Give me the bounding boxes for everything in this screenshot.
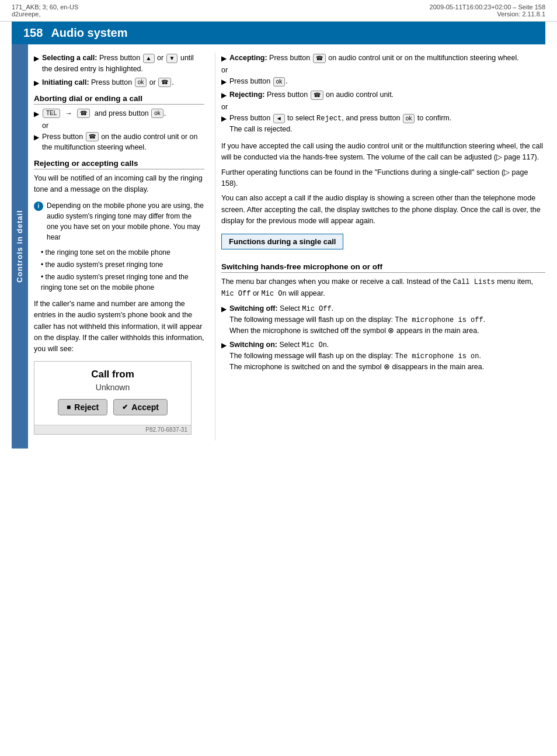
call-image-inner: Call from Unknown ■ Reject ✔ Accept [34, 362, 191, 425]
rejecting-item: ▶ Rejecting: Press button ☎ on audio con… [221, 89, 545, 100]
selecting-call-item: ▶ Selecting a call: Press button ▲ or ▼ … [34, 53, 204, 75]
call-from-title: Call from [44, 369, 182, 380]
mic-intro: The menu bar changes when you make or re… [221, 276, 545, 299]
bullet-dot2: the audio system's preset ringing tone [34, 259, 204, 270]
accept-other-screen-para: You can also accept a call if the audio … [221, 193, 545, 227]
page-title: Audio system [51, 26, 127, 40]
call-image-footer: P82.70-6837-31 [34, 425, 191, 434]
or-text1: or [42, 122, 204, 130]
ok-button-item: ▶ Press button ok. [221, 76, 545, 87]
page-number: 158 [23, 26, 43, 40]
page-title-bar: 158 Audio system [12, 22, 545, 44]
aborting-item2: ▶ Press button ☎ on the audio control un… [34, 131, 204, 154]
selecting-call-text: Selecting a call: Press button ▲ or ▼ un… [42, 53, 204, 75]
accept-icon: ✔ [122, 403, 128, 411]
info-text: Depending on the mobile phone you are us… [47, 200, 204, 242]
bullet-arrow10: ▶ [221, 340, 227, 351]
further-functions-para: Further operating functions can be found… [221, 167, 545, 190]
or-text3: or [221, 103, 545, 111]
aborting-text2: Press button ☎ on the audio control unit… [42, 131, 204, 154]
switching-on-item: ▶ Switching on: Select Mic On. The follo… [221, 339, 545, 373]
bullet-arrow: ▶ [34, 53, 39, 64]
bullet-arrow9: ▶ [221, 304, 227, 314]
microphone-heading: Switching hands-free microphone on or of… [221, 262, 545, 273]
rejecting-text: Rejecting: Press button ☎ on audio contr… [229, 89, 394, 100]
left-column: ▶ Selecting a call: Press button ▲ or ▼ … [34, 53, 215, 441]
accept-label: Accept [131, 403, 159, 412]
caller-info-para: If the caller's name and number are amon… [34, 299, 204, 355]
header-left: 171_AKB; 3; 60, en-US d2ureepe, [12, 4, 78, 18]
switching-off-text: Switching off: Select Mic Off. The follo… [229, 303, 485, 337]
functions-box: Functions during a single call [221, 234, 343, 249]
info-icon: i [34, 202, 43, 211]
switching-on-text: Switching on: Select Mic On. The followi… [229, 339, 484, 373]
reject-select-text: Press button ◄ to select Reject, and pre… [229, 113, 451, 135]
bullet-arrow6: ▶ [221, 77, 227, 87]
right-column: ▶ Accepting: Press button ☎ on audio con… [215, 53, 545, 441]
rejecting-heading: Rejecting or accepting calls [34, 159, 204, 169]
call-from-image: Call from Unknown ■ Reject ✔ Accept P82.… [34, 361, 192, 435]
content-area: ▶ Selecting a call: Press button ▲ or ▼ … [28, 44, 545, 449]
aborting-item1: ▶ TEL → ☎ and press button ok. [34, 108, 204, 119]
rejecting-section: Rejecting or accepting calls You will be… [34, 159, 204, 293]
or-text2: or [221, 66, 545, 74]
accept-button[interactable]: ✔ Accept [113, 399, 168, 415]
bullet-dot1: the ringing tone set on the mobile phone [34, 247, 204, 258]
initiating-call-text: Initiating call: Press button ok or ☎. [42, 77, 174, 88]
doc-header: 171_AKB; 3; 60, en-US d2ureepe, 2009-05-… [0, 0, 557, 22]
bullet-arrow2: ▶ [34, 78, 39, 88]
accepting-item: ▶ Accepting: Press button ☎ on audio con… [221, 53, 545, 64]
call-from-subtitle: Unknown [44, 383, 182, 392]
reject-icon: ■ [67, 403, 71, 411]
bullet-arrow5: ▶ [221, 53, 227, 64]
bullet-arrow3: ▶ [34, 109, 39, 119]
info-box: i Depending on the mobile phone you are … [34, 200, 204, 242]
microphone-section: Switching hands-free microphone on or of… [221, 262, 545, 373]
reject-label: Reject [74, 403, 99, 412]
accepting-section: ▶ Accepting: Press button ☎ on audio con… [221, 53, 545, 135]
aborting-text1: TEL → ☎ and press button ok. [42, 108, 166, 119]
header-right: 2009-05-11T16:00:23+02:00 – Seite 158 Ve… [430, 4, 545, 18]
aborting-heading: Aborting dial or ending a call [34, 94, 204, 105]
rejecting-intro: You will be notified of an incoming call… [34, 173, 204, 196]
selecting-section: ▶ Selecting a call: Press button ▲ or ▼ … [34, 53, 204, 88]
sidebar-label: Controls in detail [12, 44, 28, 449]
bullet-dot3: the audio system's preset ringing tone a… [34, 272, 204, 293]
reject-select-item: ▶ Press button ◄ to select Reject, and p… [221, 113, 545, 135]
accepting-text: Accepting: Press button ☎ on audio contr… [229, 53, 519, 64]
switching-off-item: ▶ Switching off: Select Mic Off. The fol… [221, 303, 545, 337]
accepted-call-para: If you have accepted the call using the … [221, 141, 545, 164]
bullet-arrow7: ▶ [221, 90, 227, 100]
main-layout: Controls in detail ▶ Selecting a call: P… [12, 44, 545, 449]
reject-button[interactable]: ■ Reject [58, 399, 107, 415]
bullet-arrow4: ▶ [34, 132, 39, 143]
call-buttons: ■ Reject ✔ Accept [44, 399, 182, 415]
functions-box-container: Functions during a single call [221, 234, 545, 255]
bullet-arrow8: ▶ [221, 113, 227, 124]
ok-button-text: Press button ok. [229, 76, 288, 87]
initiating-call-item: ▶ Initiating call: Press button ok or ☎. [34, 77, 204, 88]
aborting-section: Aborting dial or ending a call ▶ TEL → ☎… [34, 94, 204, 154]
